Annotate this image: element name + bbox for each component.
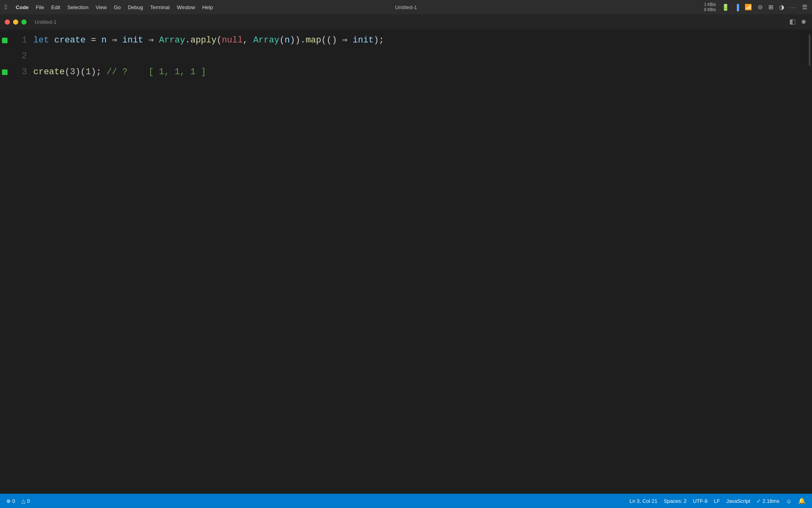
dirty-indicator (802, 20, 806, 24)
menu-debug[interactable]: Debug (128, 4, 143, 10)
menu-window[interactable]: Window (177, 4, 195, 10)
error-icon: ⊗ (6, 498, 11, 504)
num-1: 1 (86, 64, 91, 80)
statusbar-left: ⊗ 0 △ 0 (6, 498, 30, 504)
editor-container: 1 2 3 let create = n ⇒ init ⇒ Array.appl… (0, 29, 812, 494)
warning-count[interactable]: △ 0 (21, 498, 30, 504)
paren1: ( (216, 33, 222, 48)
breadcrumb-filename: Untitled-1 (34, 19, 57, 25)
param-n: n (102, 33, 107, 48)
op-eq: = (86, 33, 102, 48)
paren2: ( (280, 33, 285, 48)
run-indicator-3[interactable] (0, 64, 10, 80)
scrollbar-thumb[interactable] (809, 34, 810, 66)
minimize-button[interactable] (13, 19, 18, 25)
param-init2: init (353, 33, 374, 48)
paren3: )). (290, 33, 306, 48)
statusbar: ⊗ 0 △ 0 Ln 3, Col 21 Spaces: 2 UTF-8 LF … (0, 494, 812, 508)
line-num-1: 1 (17, 33, 27, 48)
paren8: ); (91, 64, 107, 80)
code-line-3: create(3)(1); // ? [ 1, 1, 1 ] (33, 64, 798, 80)
network-down: 0 KB/s (704, 7, 716, 12)
run-indicators (0, 33, 10, 491)
var-create: create (54, 33, 86, 48)
line-num-3: 3 (17, 64, 27, 80)
menu-view[interactable]: View (96, 4, 107, 10)
battery-icon: 🔋 (722, 4, 730, 11)
timing: ✓ 2.18ms (756, 498, 779, 504)
arrow2: ⇒ (143, 33, 159, 48)
more-icon[interactable]: ··· (790, 4, 797, 10)
fn-create: create (33, 64, 65, 80)
list-icon[interactable]: ☰ (802, 4, 807, 11)
cursor-position[interactable]: Ln 3, Col 21 (630, 498, 657, 504)
run-indicator-1[interactable] (0, 33, 10, 48)
line-num-2: 2 (17, 48, 27, 64)
comma1: , (243, 33, 253, 48)
code-line-2 (33, 48, 798, 64)
error-number: 0 (12, 498, 15, 504)
null-kw: null (222, 33, 243, 48)
finder-icon[interactable]: ◑ (779, 4, 784, 11)
dot1: . (185, 33, 190, 48)
menu-edit[interactable]: Edit (51, 4, 60, 10)
window-title: Untitled-1 (395, 4, 417, 10)
paren5: ); (373, 33, 384, 48)
run-indicator-2 (0, 48, 10, 64)
fn-array2: Array (253, 33, 280, 48)
editor-area: 1 2 3 let create = n ⇒ init ⇒ Array.appl… (0, 29, 812, 494)
control-center-icon[interactable]: ⊞ (768, 4, 774, 11)
arrow1: ⇒ (107, 33, 123, 48)
menu-go[interactable]: Go (114, 4, 121, 10)
code-lines[interactable]: let create = n ⇒ init ⇒ Array.apply(null… (33, 33, 806, 491)
menubar:  Code File Edit Selection View Go Debug… (0, 0, 812, 14)
menu-terminal[interactable]: Terminal (150, 4, 170, 10)
param-n2: n (285, 33, 290, 48)
line-ending[interactable]: LF (714, 498, 720, 504)
comment-q: // ? [ 1, 1, 1 ] (107, 64, 206, 80)
code-line-1: let create = n ⇒ init ⇒ Array.apply(null… (33, 33, 798, 48)
language-mode[interactable]: JavaScript (726, 498, 751, 504)
paren4: (() ⇒ (321, 33, 352, 48)
warning-number: 0 (27, 498, 30, 504)
maximize-button[interactable] (21, 19, 27, 25)
menu-help[interactable]: Help (202, 4, 213, 10)
menu-selection[interactable]: Selection (67, 4, 88, 10)
code-editor[interactable]: 1 2 3 let create = n ⇒ init ⇒ Array.appl… (0, 29, 812, 494)
statusbar-right: Ln 3, Col 21 Spaces: 2 UTF-8 LF JavaScri… (630, 497, 806, 504)
file-encoding[interactable]: UTF-8 (693, 498, 708, 504)
kw-let: let (33, 33, 54, 48)
network-stats: 1 KB/s 0 KB/s (704, 2, 716, 12)
menu-code[interactable]: Code (16, 4, 29, 10)
param-init: init (123, 33, 144, 48)
dnd-icon: ⊝ (758, 4, 763, 11)
apple-menu[interactable]:  (5, 4, 7, 11)
line-numbers: 1 2 3 (10, 33, 33, 491)
network-up: 1 KB/s (704, 2, 716, 7)
fn-apply: apply (190, 33, 216, 48)
traffic-lights (0, 14, 31, 29)
wifi-icon: 📶 (745, 4, 752, 11)
menubar-right: 1 KB/s 0 KB/s 🔋 ▐ 📶 ⊝ ⊞ ◑ ··· ☰ (704, 2, 807, 12)
menu-file[interactable]: File (36, 4, 44, 10)
bell-icon[interactable]: 🔔 (798, 497, 806, 504)
paren7: )( (75, 64, 86, 80)
indentation[interactable]: Spaces: 2 (664, 498, 687, 504)
scrollbar[interactable] (806, 33, 812, 491)
warning-icon: △ (21, 498, 25, 504)
error-count[interactable]: ⊗ 0 (6, 498, 15, 504)
close-button[interactable] (5, 19, 10, 25)
fn-map: map (306, 33, 322, 48)
num-3: 3 (70, 64, 75, 80)
smiley-icon[interactable]: ☺ (786, 498, 792, 504)
split-editor-icon[interactable] (790, 19, 795, 25)
paren6: ( (65, 64, 70, 80)
screen-icon: ▐ (735, 4, 739, 11)
fn-array: Array (159, 33, 185, 48)
